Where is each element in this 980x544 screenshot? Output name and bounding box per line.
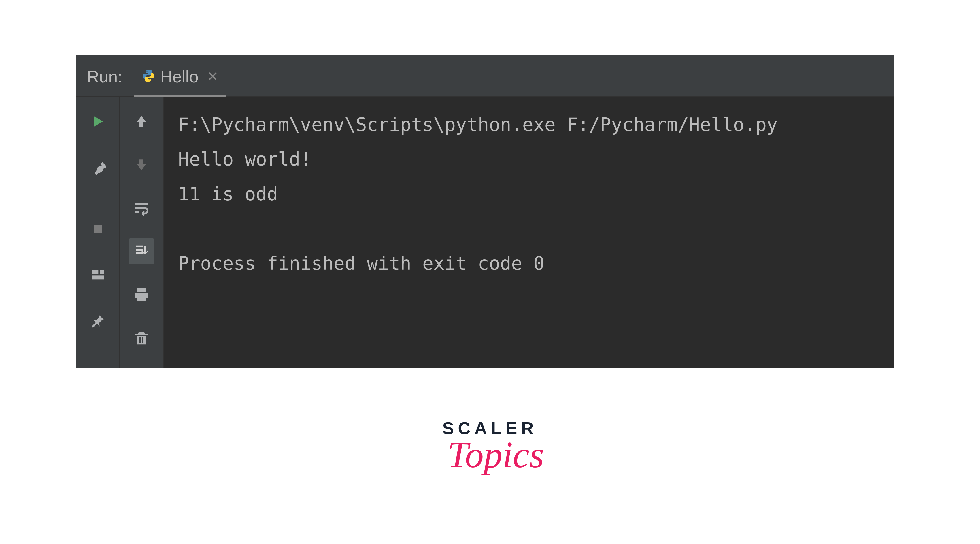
close-tab-icon[interactable]: ✕ xyxy=(207,69,218,84)
console-action-gutter xyxy=(120,97,164,368)
print-button[interactable] xyxy=(129,282,154,308)
gutter-divider xyxy=(85,198,111,198)
clear-all-button[interactable] xyxy=(129,325,154,351)
soft-wrap-button[interactable] xyxy=(129,195,154,221)
run-tab-hello[interactable]: Hello ✕ xyxy=(134,58,226,97)
layout-button[interactable] xyxy=(85,262,111,288)
pin-button[interactable] xyxy=(85,308,111,334)
console-line: Hello world! xyxy=(178,148,311,170)
run-body: F:\Pycharm\venv\Scripts\python.exe F:/Py… xyxy=(76,97,894,368)
down-stack-button[interactable] xyxy=(129,152,154,178)
svg-rect-1 xyxy=(92,270,98,274)
run-label: Run: xyxy=(76,67,134,86)
scroll-to-end-button[interactable] xyxy=(129,238,154,264)
edit-config-button[interactable] xyxy=(85,155,111,180)
rerun-button[interactable] xyxy=(85,108,111,134)
stop-button[interactable] xyxy=(85,216,111,242)
up-stack-button[interactable] xyxy=(129,108,154,134)
run-tab-bar: Run: Hello ✕ xyxy=(76,57,894,97)
run-tab-label: Hello xyxy=(161,67,199,86)
scaler-topics-watermark: SCALER Topics xyxy=(442,418,538,476)
svg-rect-3 xyxy=(92,276,104,279)
console-output[interactable]: F:\Pycharm\venv\Scripts\python.exe F:/Py… xyxy=(164,97,894,368)
run-tool-window: Run: Hello ✕ xyxy=(76,55,894,368)
python-file-icon xyxy=(142,70,155,83)
run-action-gutter xyxy=(76,97,120,368)
svg-rect-2 xyxy=(100,270,104,274)
console-line: 11 is odd xyxy=(178,183,278,205)
svg-rect-0 xyxy=(94,225,102,233)
watermark-sub-text: Topics xyxy=(447,433,544,476)
console-line: Process finished with exit code 0 xyxy=(178,253,545,274)
console-line: F:\Pycharm\venv\Scripts\python.exe F:/Py… xyxy=(178,114,778,135)
